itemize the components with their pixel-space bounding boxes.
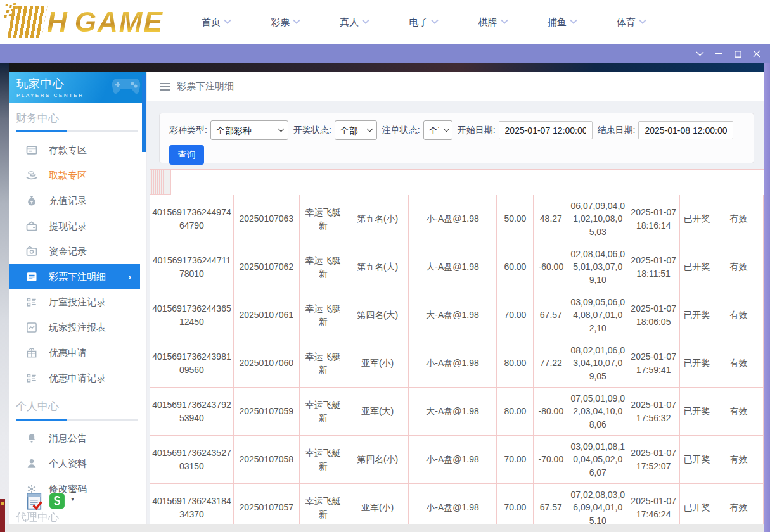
cell-play: 亚军(小)	[347, 339, 409, 388]
sidebar-scrollbar[interactable]	[142, 75, 146, 152]
cell-order-no: 401569173624379253940	[150, 388, 234, 436]
cell-win-loss: 77.22	[534, 339, 568, 388]
nav-item-label: 电子	[409, 16, 428, 28]
bell-icon	[25, 432, 38, 445]
draw-filter-label: 开奖状态:	[293, 125, 331, 136]
cell-draw-result: 07,05,01,09,02,03,04,10,08,06	[568, 388, 627, 436]
type-select[interactable]: 全部彩种	[210, 120, 288, 140]
cell-bet-info: 大-A盘@1.98	[409, 243, 497, 291]
cell-amount: 60.00	[497, 243, 534, 291]
site-logo: H GAME	[10, 4, 164, 41]
cell-issue: 20250107059	[234, 388, 300, 436]
minimize-icon[interactable]	[709, 44, 728, 63]
sidebar-item[interactable]: 玩家投注报表	[9, 315, 140, 340]
cell-bet-time: 2025-01-07 18:16:14	[627, 195, 680, 243]
cell-bet-time: 2025-01-07 18:06:05	[627, 291, 680, 339]
start-date-input[interactable]	[499, 121, 593, 139]
game-controller-icon	[111, 77, 141, 96]
order-select-wrap: 全部	[423, 120, 452, 140]
cell-bet-time: 2025-01-07 17:56:32	[627, 388, 680, 436]
funds-wallet-icon	[25, 245, 38, 258]
cell-win-loss: -70.00	[534, 436, 568, 484]
wallet-icon	[25, 220, 38, 232]
start-date-label: 开始日期:	[458, 125, 496, 136]
section-agent-label: 代理中心	[16, 510, 146, 524]
cell-draw-result: 06,07,09,04,01,02,10,08,05,03	[568, 195, 627, 243]
chevron-down-icon	[293, 17, 300, 24]
cell-order-status: 有效	[714, 243, 764, 291]
nav-item-label: 捕鱼	[548, 16, 567, 28]
cell-issue: 20250107058	[234, 436, 300, 484]
sidebar-item[interactable]: 取款专区	[9, 163, 140, 188]
nav-item-label: 真人	[340, 16, 359, 28]
cell-draw-status: 已开奖	[680, 436, 714, 484]
search-button[interactable]: 查询	[169, 145, 204, 165]
nav-item[interactable]: 电子	[409, 16, 437, 28]
nav-item[interactable]: 棋牌	[478, 16, 507, 28]
deposit-card-icon	[25, 144, 38, 156]
sidebar-item-label: 优惠申请记录	[49, 372, 106, 384]
nav-item[interactable]: 体育	[617, 16, 645, 28]
table-row: 401569173624352703150 20250107058 幸运飞艇新 …	[150, 436, 764, 484]
moneybag-icon	[25, 194, 38, 207]
sidebar-item[interactable]: 厅室投注记录	[9, 289, 140, 315]
nav-item[interactable]: 首页	[202, 16, 230, 28]
app-window: H GAME 首页 彩票 真人 电子 棋牌	[0, 0, 770, 532]
desktop-notepad-icon[interactable]	[27, 491, 43, 510]
order-filter-label: 注单状态:	[382, 125, 420, 136]
sidebar-item[interactable]: 提现记录	[9, 213, 140, 239]
order-select[interactable]: 全部	[423, 120, 452, 140]
menu-icon[interactable]	[160, 86, 170, 87]
end-date-input[interactable]	[638, 121, 733, 139]
page-title: 彩票下注明细	[177, 80, 234, 92]
nav-item[interactable]: 捕鱼	[548, 16, 576, 28]
cell-win-loss: 67.57	[534, 291, 568, 339]
banner-strip	[0, 63, 764, 72]
cell-order-no: 401569173624471178010	[150, 243, 234, 291]
nav-item-label: 首页	[202, 16, 221, 28]
sidebar-item[interactable]: 存款专区	[9, 137, 140, 163]
sidebar-item[interactable]: 彩票下注明细 ›	[9, 264, 140, 289]
cell-issue: 20250107062	[234, 243, 300, 291]
desktop-notes-icon[interactable]	[49, 491, 65, 510]
sidebar-item-label: 存款专区	[49, 144, 87, 156]
collapse-icon[interactable]	[690, 44, 709, 63]
sidebar-item[interactable]: 资金记录	[9, 239, 140, 264]
window-bottom-edge	[6, 524, 764, 532]
sidebar-item-label: 厅室投注记录	[49, 296, 106, 308]
hall-list-icon	[25, 296, 38, 308]
cell-amount: 80.00	[497, 339, 534, 388]
draw-select[interactable]: 全部	[335, 120, 377, 140]
nav-item[interactable]: 彩票	[271, 16, 299, 28]
cell-play: 第四名(小)	[347, 436, 409, 484]
logo-text-h: H	[47, 6, 68, 38]
person-icon	[25, 457, 38, 470]
window-scrollbar[interactable]	[764, 63, 770, 532]
cell-lottery-name: 幸运飞艇新	[300, 339, 347, 388]
column-header	[169, 170, 171, 195]
section-underline	[16, 130, 138, 132]
desktop-icons-overlay: ▔▾	[27, 491, 79, 510]
cell-order-no: 401569173624436512450	[150, 291, 234, 339]
sidebar-header: 玩家中心 PLAYERS CENTER	[9, 72, 146, 103]
section-personal-label: 个人中心	[16, 399, 146, 414]
sidebar-item-label: 彩票下注明细	[49, 271, 106, 283]
sidebar-item-label: 消息公告	[49, 433, 87, 445]
sidebar-item[interactable]: 优惠申请	[9, 340, 140, 365]
sidebar-item[interactable]: 充值记录	[9, 188, 140, 213]
sidebar-item[interactable]: 个人资料	[9, 451, 140, 476]
sidebar-item[interactable]: 消息公告	[9, 426, 140, 451]
cell-draw-result: 03,09,01,08,10,04,05,02,06,07	[568, 436, 627, 484]
logo-bars-icon	[8, 6, 48, 38]
sidebar-item[interactable]: 优惠申请记录	[9, 365, 140, 391]
desktop-menu-icon[interactable]: ▔▾	[71, 491, 79, 500]
maximize-icon[interactable]	[728, 44, 747, 63]
cell-bet-time: 2025-01-07 17:59:41	[627, 339, 680, 388]
cell-bet-info: 小-A盘@1.98	[409, 436, 497, 484]
table-row: 401569173624436512450 20250107061 幸运飞艇新 …	[150, 291, 764, 339]
nav-item-label: 体育	[617, 16, 636, 28]
nav-item[interactable]: 真人	[340, 16, 368, 28]
close-icon[interactable]	[747, 44, 766, 63]
lottery-list-icon	[25, 270, 38, 283]
chevron-down-icon	[639, 17, 646, 24]
